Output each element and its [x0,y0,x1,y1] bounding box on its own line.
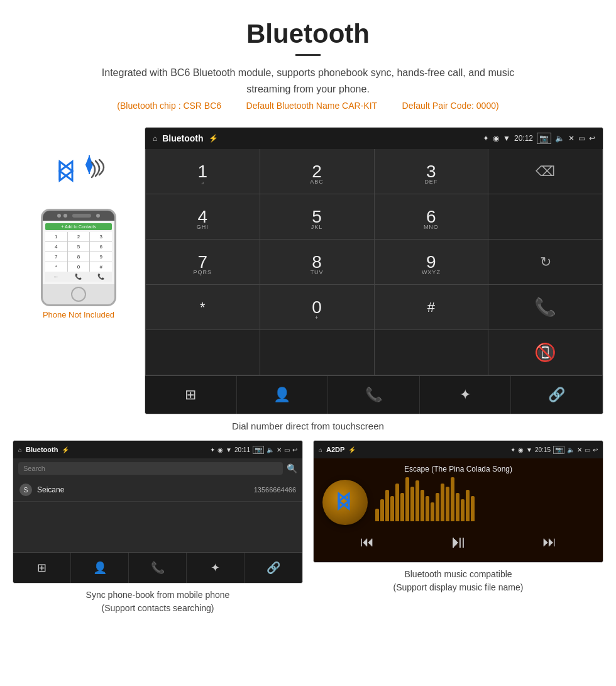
key-star[interactable]: * [146,285,260,330]
empty-cell-1 [488,194,603,240]
key-9[interactable]: 9 WXYZ [375,240,489,285]
pb-search-box[interactable]: Search [18,462,283,475]
nav-call-icon[interactable]: 📞 [328,376,420,414]
viz-bar [380,499,384,521]
nav-contacts-icon[interactable]: 👤 [237,376,329,414]
caption-main: Dial number direct from touchscreen [0,414,616,440]
a2dp-item: ⌂ A2DP ⚡ ✦ ◉ ▼ 20:15 📷 🔈 ✕ ▭ ↩ E [313,440,603,615]
pb-nav-link[interactable]: 🔗 [245,553,302,583]
pb-search-placeholder: Search [23,465,45,472]
screen-status-bar: ⌂ Bluetooth ⚡ ✦ ◉ ▼ 20:12 📷 🔈 ✕ ▭ ↩ [145,128,603,149]
viz-bar [461,499,465,521]
pb-empty-area [13,502,302,552]
screen-bottom-nav: ⊞ 👤 📞 ✦ 🔗 [145,375,603,414]
key-3[interactable]: 3 DEF [375,149,489,194]
phone-key-6: 6 [90,242,112,252]
key-5[interactable]: 5 JKL [260,194,375,240]
signal-down-icon: ▼ [503,134,510,143]
a2dp-vol-icon: 🔈 [567,446,575,453]
pb-win-icon: ▭ [284,446,290,453]
phone-key-1: 1 [45,232,67,241]
a2dp-back-icon: ↩ [593,446,598,453]
pb-status-bar: ⌂ Bluetooth ⚡ ✦ ◉ ▼ 20:11 📷 🔈 ✕ ▭ ↩ [13,441,302,458]
pb-nav-bt[interactable]: ✦ [187,553,245,583]
end-call-cell[interactable]: 📵 [488,330,603,375]
spec-chip: (Bluetooth chip : CSR BC6 [117,101,221,111]
pb-nav-call[interactable]: 📞 [129,553,187,583]
phone-key-3: 3 [90,232,112,241]
a2dp-cam-icon: 📷 [553,446,564,454]
viz-bar [375,509,379,521]
car-dial-screen-container: ⌂ Bluetooth ⚡ ✦ ◉ ▼ 20:12 📷 🔈 ✕ ▭ ↩ [145,127,603,414]
phone-key-0: 0 [68,262,90,272]
status-left: ⌂ Bluetooth ⚡ [153,133,218,143]
a2dp-visualizer [375,484,594,521]
play-pause-button[interactable]: ⏯ [449,531,467,552]
phone-key-8: 8 [68,252,90,262]
refresh-cell[interactable]: ↻ [488,240,603,285]
call-cell[interactable]: 📞 [488,285,603,330]
svg-marker-3 [60,162,72,180]
nav-grid-icon[interactable]: ⊞ [145,376,237,414]
phone-key-4: 4 [45,242,67,252]
pb-cam-icon: 📷 [253,446,264,454]
caption-pb-text: Sync phone-book from mobile phone(Suppor… [86,590,230,613]
nav-link-icon[interactable]: 🔗 [511,376,603,414]
pb-search-icon[interactable]: 🔍 [287,463,297,473]
phone-dialpad: 1 2 3 4 5 6 7 8 9 * 0 # [45,232,112,272]
key-0[interactable]: 0 + [260,285,375,330]
a2dp-screen: ⌂ A2DP ⚡ ✦ ◉ ▼ 20:15 📷 🔈 ✕ ▭ ↩ E [313,440,603,563]
pb-back-icon: ↩ [292,446,297,453]
key-1[interactable]: 1 ⌟ [146,149,260,194]
viz-bar [395,484,399,521]
location-icon: ◉ [493,134,499,143]
viz-bar [431,502,434,521]
end-call-icon: 📵 [534,342,556,363]
key-4[interactable]: 4 GHI [146,194,260,240]
phone-key-5: 5 [68,242,90,252]
prev-track-button[interactable]: ⏮ [360,534,374,550]
nav-bt-icon[interactable]: ✦ [420,376,512,414]
page-header: Bluetooth Integrated with BC6 Bluetooth … [0,0,616,127]
pb-nav-grid[interactable]: ⊞ [13,553,71,583]
title-divider [295,54,321,56]
key-7[interactable]: 7 PQRS [146,240,260,285]
phone-top-bar [43,211,114,221]
bottom-row: ⌂ Bluetooth ⚡ ✦ ◉ ▼ 20:11 📷 🔈 ✕ ▭ ↩ [0,440,616,628]
phone-mockup: + Add to Contacts 1 2 3 4 5 6 7 8 9 * 0 … [41,209,116,306]
phone-key-2: 2 [68,232,90,241]
contact-initial: S [19,484,32,496]
viz-bar [466,490,470,521]
pb-nav-contacts[interactable]: 👤 [71,553,129,583]
home-icon: ⌂ [153,134,157,143]
album-art [322,480,368,525]
time-display: 20:12 [514,134,533,143]
next-track-button[interactable]: ⏭ [542,534,556,550]
viz-bar [441,484,444,521]
empty-cell-3 [260,330,375,375]
contact-row-seicane[interactable]: S Seicane 13566664466 [13,479,302,502]
phone-key-7: 7 [45,252,67,262]
key-2[interactable]: 2 ABC [260,149,375,194]
a2dp-close-icon: ✕ [577,446,582,453]
a2dp-status-bar: ⌂ A2DP ⚡ ✦ ◉ ▼ 20:15 📷 🔈 ✕ ▭ ↩ [314,441,603,458]
contact-number: 13566664466 [254,486,296,494]
contact-name: Seicane [37,485,254,494]
key-8[interactable]: 8 TUV [260,240,375,285]
viz-bar [410,487,414,521]
car-screen-main: ⌂ Bluetooth ⚡ ✦ ◉ ▼ 20:12 📷 🔈 ✕ ▭ ↩ [145,127,603,414]
key-hash[interactable]: # [375,285,489,330]
backspace-cell[interactable]: ⌫ [488,149,603,194]
a2dp-time: 20:15 [535,446,551,453]
svg-marker-2 [60,162,72,180]
a2dp-content: Escape (The Pina Colada Song) [314,458,603,562]
viz-bar [400,493,404,521]
key-6[interactable]: 6 MNO [375,194,489,240]
dialpad-grid: 1 ⌟ 2 ABC 3 DEF ⌫ 4 GHI 5 JKL 6 MNO 7 PQ… [145,149,603,375]
signal-waves [89,157,107,182]
spec-name: Default Bluetooth Name CAR-KIT [246,101,378,111]
viz-bar [446,487,449,521]
close-x-icon: ✕ [568,134,575,143]
viz-bar [436,493,439,521]
refresh-icon: ↻ [540,254,551,270]
